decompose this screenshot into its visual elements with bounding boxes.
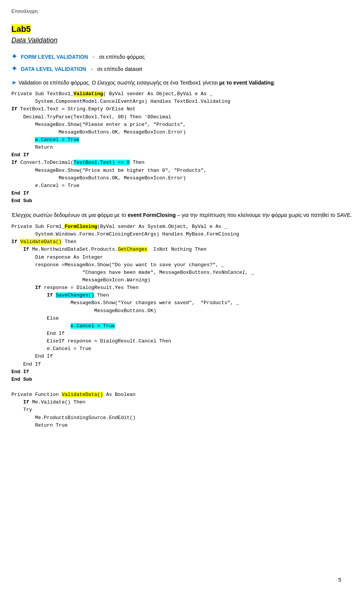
data-level-greek: σε επίπεδο dataset [97,65,142,73]
breadcrumb: Επανάληψη [11,8,353,15]
dash-form: - [93,53,94,61]
lab-title-block: Lab5 Data Validation [11,23,353,46]
validation-item-data: ✦ DATA LEVEL VALIDATION - σε επίπεδο dat… [11,64,353,74]
intro-paragraph: ➤Validation σε επίπεδο φόρμας. Ο έλεγχος… [11,78,353,88]
dash-data: - [91,65,93,73]
lab-number: Lab5 [11,24,31,34]
page-number: 5 [338,576,341,584]
section2-description: Έλεγχος σωστών δεδομένων σε μια φόρμα με… [11,211,353,220]
form-level-label: FORM LEVEL VALIDATION [21,53,88,61]
arrow-bullet-icon: ➤ [11,79,16,86]
form-level-greek: σε επίπεδο φόρμας [99,53,145,61]
nav-label: Επανάληψη [11,8,38,14]
code-block-1: Private Sub TextBox1_Validating( ByVal s… [11,90,353,205]
arrow-icon-form: ✦ [11,52,17,62]
validation-list: ✦ FORM LEVEL VALIDATION - σε επίπεδο φόρ… [11,52,353,74]
lab-subtitle: Data Validation [11,35,353,46]
data-level-label: DATA LEVEL VALIDATION [21,65,86,73]
intro-text: Validation σε επίπεδο φόρμας. Ο έλεγχος … [19,80,275,86]
code-block-2: Private Sub Form1_FormClosing(ByVal send… [11,223,353,429]
validation-item-form: ✦ FORM LEVEL VALIDATION - σε επίπεδο φόρ… [11,52,353,62]
arrow-icon-data: ✦ [11,64,17,74]
